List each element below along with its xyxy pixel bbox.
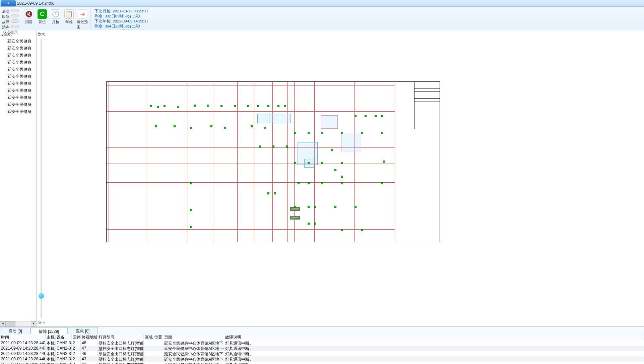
mute-button[interactable]: 🔇 消音 — [23, 9, 35, 29]
col-page[interactable]: 页面 — [163, 334, 224, 340]
tree-item[interactable]: 延安全民健身 — [1, 66, 36, 73]
device-marker[interactable] — [190, 226, 192, 228]
device-marker[interactable] — [155, 125, 157, 127]
device-marker[interactable] — [277, 105, 279, 107]
device-marker[interactable] — [341, 182, 343, 184]
month-check-button[interactable]: 🕐 月检 — [50, 9, 61, 29]
tree-item[interactable]: 延安全民健身 — [1, 87, 36, 94]
device-marker[interactable] — [331, 149, 333, 151]
tab-emergency[interactable]: 应急 [0] — [67, 327, 98, 334]
device-marker[interactable] — [234, 105, 236, 107]
device-marker[interactable] — [294, 132, 296, 134]
device-marker[interactable] — [194, 105, 196, 107]
device-marker[interactable] — [247, 105, 249, 107]
device-marker[interactable] — [383, 161, 385, 163]
device-marker[interactable] — [308, 162, 310, 164]
device-marker[interactable] — [308, 206, 310, 208]
device-marker[interactable] — [177, 106, 179, 108]
device-marker[interactable] — [341, 132, 343, 134]
tree-item[interactable]: 延安全民健身 — [1, 94, 36, 101]
device-marker[interactable] — [321, 132, 323, 134]
table-row[interactable]: 2021-09-09 14:23:28.446本机CAN2-34246壁挂安全出… — [0, 351, 644, 356]
col-model[interactable]: 灯具型号 — [98, 334, 144, 340]
tree-item[interactable]: 延安全民健身 — [1, 59, 36, 66]
tree-item[interactable]: 延安全民健身 — [1, 52, 36, 59]
table-row[interactable]: 2021-09-09 14:23:28.446本机CAN2-34243壁挂安全出… — [0, 356, 644, 362]
device-marker[interactable] — [365, 115, 367, 117]
col-term[interactable]: 终端地址 — [81, 334, 98, 340]
device-marker[interactable] — [321, 182, 323, 184]
col-loop[interactable]: 回路 — [72, 334, 81, 340]
device-marker[interactable] — [341, 162, 343, 164]
device-marker[interactable] — [190, 182, 192, 184]
device-marker[interactable] — [210, 125, 212, 127]
device-marker[interactable] — [174, 125, 176, 127]
device-marker[interactable] — [157, 106, 159, 108]
device-marker[interactable] — [272, 145, 274, 147]
device-marker[interactable] — [298, 182, 300, 184]
evac-plan-button[interactable]: ➔ 疏散预案 — [77, 9, 88, 29]
device-marker[interactable] — [150, 105, 152, 107]
device-marker[interactable] — [264, 127, 266, 129]
device-marker[interactable] — [220, 105, 222, 107]
device-marker[interactable] — [224, 127, 226, 129]
scroll-thumb[interactable] — [5, 321, 15, 326]
table-row[interactable]: 2021-09-09 14:23:28.447本机CAN2-34247壁挂安全出… — [0, 346, 644, 351]
tree-item[interactable]: 延安全民健身 — [1, 38, 36, 45]
zoom-thumb[interactable] — [39, 293, 44, 299]
device-marker[interactable] — [274, 192, 276, 194]
scroll-left-icon[interactable]: ◂ — [0, 321, 5, 326]
device-marker[interactable] — [375, 115, 377, 117]
device-marker[interactable] — [267, 192, 269, 194]
tree-item[interactable]: 延安全民健身 — [1, 45, 36, 52]
device-marker[interactable] — [341, 176, 343, 178]
device-marker[interactable] — [314, 223, 316, 225]
tree-item[interactable]: 延安全民健身 — [1, 80, 36, 87]
device-marker[interactable] — [381, 182, 383, 184]
year-check-button[interactable]: 📋 年检 — [63, 9, 75, 29]
col-desc[interactable]: 故障说明 — [224, 334, 644, 340]
device-marker[interactable] — [251, 125, 253, 127]
sidebar-hscrollbar[interactable]: ◂ ▸ — [0, 321, 36, 326]
device-marker[interactable] — [190, 209, 192, 211]
device-marker[interactable] — [294, 206, 296, 208]
device-marker[interactable] — [341, 229, 343, 231]
device-marker[interactable] — [334, 169, 336, 171]
device-marker[interactable] — [267, 105, 269, 107]
col-device[interactable]: 设备 — [56, 334, 72, 340]
device-marker[interactable] — [381, 132, 383, 134]
tab-fault[interactable]: 故障 [1529] — [30, 327, 68, 334]
device-marker[interactable] — [286, 145, 288, 147]
device-marker[interactable] — [294, 162, 296, 164]
device-marker[interactable] — [164, 105, 166, 107]
zoom-track[interactable] — [41, 39, 42, 318]
device-marker[interactable] — [334, 206, 336, 208]
app-menu-button[interactable]: ▼ — [1, 0, 16, 6]
device-marker[interactable] — [355, 115, 357, 117]
tree-root-node[interactable]: 主机 — [1, 31, 36, 38]
device-marker[interactable] — [361, 132, 363, 134]
col-time[interactable]: 时间 — [0, 334, 46, 340]
col-area[interactable]: 区域 — [144, 334, 153, 340]
col-host[interactable]: 主机 — [46, 334, 56, 340]
tree-item[interactable]: 延安全民健身 — [1, 101, 36, 108]
col-pos[interactable]: 位置 — [153, 334, 163, 340]
device-marker[interactable] — [308, 182, 310, 184]
device-marker[interactable] — [308, 132, 310, 134]
table-row[interactable]: 2021-09-09 14:23:28.445本机CAN2-34242壁挂安全出… — [0, 362, 644, 364]
tree-item[interactable]: 延安全民健身 — [1, 73, 36, 80]
table-row[interactable]: 2021-09-09 14:23:28.447本机CAN2-34248壁挂安全出… — [0, 340, 644, 346]
tree-item[interactable]: 延安全民健身 — [1, 108, 36, 115]
device-marker[interactable] — [284, 105, 286, 107]
device-marker[interactable] — [308, 223, 310, 225]
device-marker[interactable] — [207, 105, 209, 107]
device-marker[interactable] — [321, 162, 323, 164]
scroll-right-icon[interactable]: ▸ — [31, 321, 36, 326]
device-marker[interactable] — [381, 115, 383, 117]
device-marker[interactable] — [190, 127, 192, 129]
device-marker[interactable] — [257, 105, 259, 107]
device-marker[interactable] — [314, 206, 316, 208]
device-marker[interactable] — [259, 145, 261, 147]
device-marker[interactable] — [361, 229, 363, 231]
tab-start[interactable]: 启动 [0] — [0, 327, 30, 334]
